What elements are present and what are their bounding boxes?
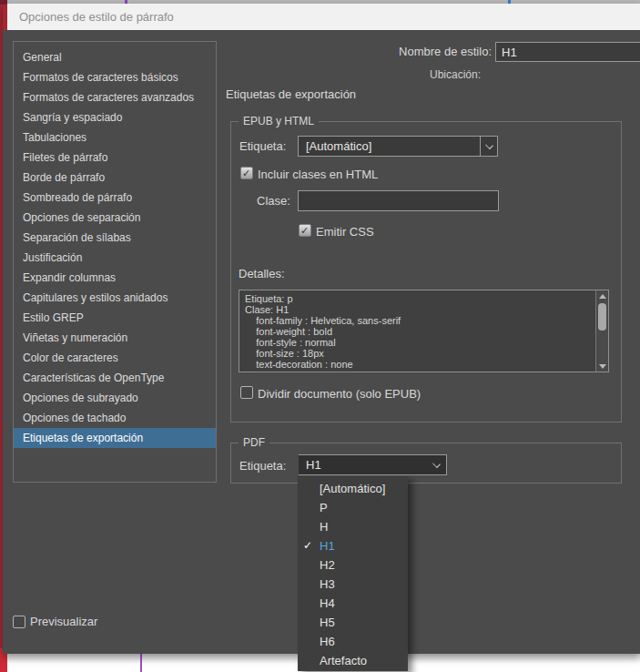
style-options-sidebar: General Formatos de caracteres básicos F… (13, 41, 217, 483)
sidebar-item-vinetas[interactable]: Viñetas y numeración (14, 328, 216, 348)
include-classes-checkbox[interactable]: ✓ (240, 167, 253, 179)
sidebar-item-formatos-avanzados[interactable]: Formatos de caracteres avanzados (14, 87, 216, 107)
pdf-tag-dropdown-button[interactable] (429, 455, 446, 474)
sidebar-item-capitulares[interactable]: Capitulares y estilos anidados (14, 288, 216, 308)
sidebar-item-borde[interactable]: Borde de párrafo (14, 168, 216, 188)
menu-item-h5[interactable]: H5 (298, 613, 408, 632)
emit-css-label[interactable]: Emitir CSS (316, 225, 374, 239)
dialog-title: Opciones de estilo de párrafo (19, 10, 174, 24)
details-scrollbar[interactable] (595, 290, 608, 372)
check-icon: ✓ (242, 167, 250, 179)
style-name-label: Nombre de estilo: (340, 45, 492, 58)
scroll-down-icon[interactable] (596, 361, 608, 372)
sidebar-item-sombreado[interactable]: Sombreado de párrafo (14, 188, 216, 208)
sidebar-item-etiquetas-exportacion[interactable]: Etiquetas de exportación (14, 428, 216, 448)
sidebar-item-tabulaciones[interactable]: Tabulaciones (14, 127, 216, 148)
sidebar-item-general[interactable]: General (14, 47, 216, 67)
menu-item-h3[interactable]: H3 (298, 575, 408, 594)
sidebar-item-subrayado[interactable]: Opciones de subrayado (14, 388, 216, 408)
pdf-legend: PDF (239, 436, 269, 450)
details-label: Detalles: (239, 267, 285, 280)
pdf-tag-menu: [Automático] P H ✓ H1 H2 H3 H4 H5 H6 Art… (298, 476, 408, 671)
class-label: Clase: (257, 194, 290, 208)
sidebar-item-expandir-columnas[interactable]: Expandir columnas (14, 268, 216, 288)
epub-tag-value: [Automático] (306, 137, 371, 156)
include-classes-label[interactable]: Incluir clases en HTML (258, 168, 378, 181)
sidebar-item-filetes[interactable]: Filetes de párrafo (14, 148, 216, 168)
emit-css-checkbox[interactable]: ✓ (299, 224, 311, 237)
menu-item-p[interactable]: P (298, 498, 408, 517)
sidebar-item-color-caracteres[interactable]: Color de caracteres (14, 348, 216, 368)
sidebar-item-formatos-basicos[interactable]: Formatos de caracteres básicos (14, 67, 216, 87)
scrollbar-thumb[interactable] (598, 303, 606, 331)
chevron-down-icon (432, 460, 441, 468)
export-tags-section-title: Etiquetas de exportación (226, 87, 356, 101)
scroll-up-icon[interactable] (596, 290, 608, 301)
check-icon: ✓ (300, 224, 309, 237)
sidebar-item-tachado[interactable]: Opciones de tachado (14, 408, 216, 428)
split-document-label[interactable]: Dividir documento (solo EPUB) (258, 387, 421, 401)
preview-checkbox[interactable] (13, 616, 25, 628)
check-icon: ✓ (303, 536, 312, 555)
pdf-tag-label: Etiqueta: (239, 459, 286, 473)
document-guide-line (140, 654, 142, 672)
pdf-tag-dropdown[interactable]: H1 (299, 454, 447, 475)
style-name-input[interactable] (495, 42, 640, 62)
class-input[interactable] (298, 190, 499, 211)
sidebar-item-justificacion[interactable]: Justificación (14, 248, 216, 268)
menu-item-h6[interactable]: H6 (298, 632, 408, 651)
epub-tag-label: Etiqueta: (239, 139, 286, 153)
dialog-body: General Formatos de caracteres básicos F… (3, 30, 640, 654)
epub-tag-dropdown[interactable]: [Automático] (298, 136, 498, 157)
chevron-down-icon (485, 141, 493, 149)
paragraph-style-options-dialog: Opciones de estilo de párrafo General Fo… (3, 4, 640, 654)
sidebar-item-estilo-grep[interactable]: Estilo GREP (14, 308, 216, 328)
pdf-group: PDF Etiqueta: H1 (230, 443, 622, 484)
menu-item-artefacto[interactable]: Artefacto (298, 651, 408, 670)
menu-item-h[interactable]: H (298, 517, 408, 536)
sidebar-item-sangria[interactable]: Sangría y espaciado (14, 107, 216, 127)
sidebar-item-silabas[interactable]: Separación de sílabas (14, 228, 216, 248)
location-label: Ubicación: (340, 68, 481, 81)
details-content: Etiqueta: p Clase: H1 font-family : Helv… (239, 290, 608, 370)
pdf-tag-value: H1 (306, 455, 321, 474)
menu-item-h4[interactable]: H4 (298, 594, 408, 613)
epub-html-legend: EPUB y HTML (239, 115, 319, 128)
menu-item-h2[interactable]: H2 (298, 555, 408, 575)
menu-item-h1[interactable]: ✓ H1 (298, 536, 408, 555)
split-document-checkbox[interactable] (240, 386, 253, 399)
sidebar-item-separacion[interactable]: Opciones de separación (14, 208, 216, 228)
epub-html-group: EPUB y HTML Etiqueta: [Automático] ✓ Inc… (230, 121, 622, 423)
sidebar-item-opentype[interactable]: Características de OpenType (14, 368, 216, 388)
menu-item-h1-label: H1 (320, 539, 335, 553)
menu-item-automatico[interactable]: [Automático] (298, 479, 408, 498)
epub-tag-dropdown-button[interactable] (480, 137, 497, 156)
dialog-titlebar[interactable]: Opciones de estilo de párrafo (7, 4, 640, 30)
preview-label[interactable]: Previsualizar (30, 615, 97, 628)
details-box: Etiqueta: p Clase: H1 font-family : Helv… (239, 290, 609, 372)
